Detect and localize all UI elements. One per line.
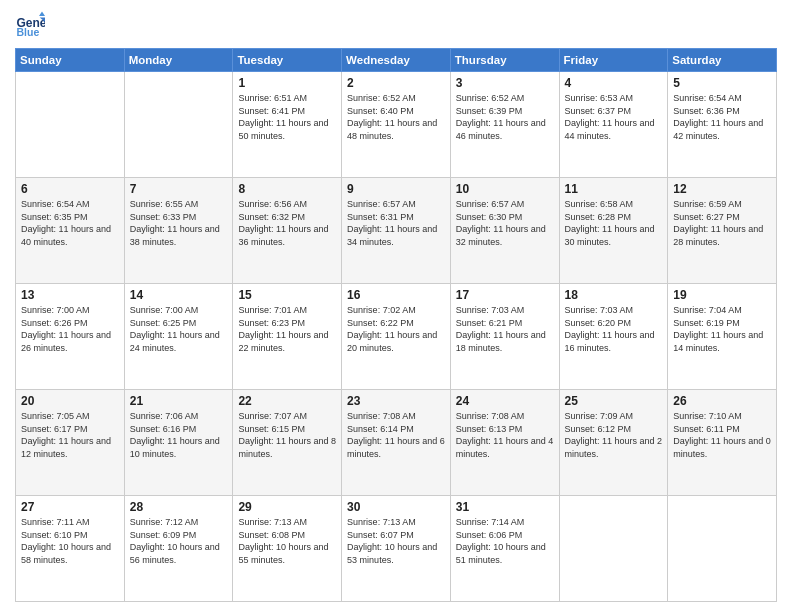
day-info: Sunrise: 7:00 AM Sunset: 6:26 PM Dayligh… [21,304,119,354]
day-info: Sunrise: 7:09 AM Sunset: 6:12 PM Dayligh… [565,410,663,460]
day-info: Sunrise: 6:52 AM Sunset: 6:40 PM Dayligh… [347,92,445,142]
day-number: 2 [347,76,445,90]
day-info: Sunrise: 6:57 AM Sunset: 6:30 PM Dayligh… [456,198,554,248]
calendar-cell: 9Sunrise: 6:57 AM Sunset: 6:31 PM Daylig… [342,178,451,284]
day-number: 7 [130,182,228,196]
day-number: 3 [456,76,554,90]
day-info: Sunrise: 6:54 AM Sunset: 6:35 PM Dayligh… [21,198,119,248]
calendar-cell: 13Sunrise: 7:00 AM Sunset: 6:26 PM Dayli… [16,284,125,390]
day-info: Sunrise: 7:00 AM Sunset: 6:25 PM Dayligh… [130,304,228,354]
svg-text:Blue: Blue [17,26,40,38]
day-info: Sunrise: 6:58 AM Sunset: 6:28 PM Dayligh… [565,198,663,248]
calendar-cell: 15Sunrise: 7:01 AM Sunset: 6:23 PM Dayli… [233,284,342,390]
day-info: Sunrise: 6:57 AM Sunset: 6:31 PM Dayligh… [347,198,445,248]
day-info: Sunrise: 6:55 AM Sunset: 6:33 PM Dayligh… [130,198,228,248]
day-info: Sunrise: 7:13 AM Sunset: 6:07 PM Dayligh… [347,516,445,566]
day-info: Sunrise: 7:12 AM Sunset: 6:09 PM Dayligh… [130,516,228,566]
weekday-header-monday: Monday [124,49,233,72]
calendar-cell: 30Sunrise: 7:13 AM Sunset: 6:07 PM Dayli… [342,496,451,602]
svg-marker-2 [39,12,45,17]
week-row-3: 20Sunrise: 7:05 AM Sunset: 6:17 PM Dayli… [16,390,777,496]
weekday-header-row: SundayMondayTuesdayWednesdayThursdayFrid… [16,49,777,72]
week-row-1: 6Sunrise: 6:54 AM Sunset: 6:35 PM Daylig… [16,178,777,284]
day-number: 5 [673,76,771,90]
calendar-cell [16,72,125,178]
calendar-cell: 20Sunrise: 7:05 AM Sunset: 6:17 PM Dayli… [16,390,125,496]
day-info: Sunrise: 7:10 AM Sunset: 6:11 PM Dayligh… [673,410,771,460]
calendar-cell: 3Sunrise: 6:52 AM Sunset: 6:39 PM Daylig… [450,72,559,178]
calendar-cell: 12Sunrise: 6:59 AM Sunset: 6:27 PM Dayli… [668,178,777,284]
day-number: 22 [238,394,336,408]
day-number: 24 [456,394,554,408]
calendar-cell: 28Sunrise: 7:12 AM Sunset: 6:09 PM Dayli… [124,496,233,602]
header: General Blue [15,10,777,40]
calendar-cell: 8Sunrise: 6:56 AM Sunset: 6:32 PM Daylig… [233,178,342,284]
page: General Blue SundayMondayTuesdayWednesda… [0,0,792,612]
calendar-cell: 29Sunrise: 7:13 AM Sunset: 6:08 PM Dayli… [233,496,342,602]
calendar-cell: 7Sunrise: 6:55 AM Sunset: 6:33 PM Daylig… [124,178,233,284]
day-number: 8 [238,182,336,196]
weekday-header-saturday: Saturday [668,49,777,72]
day-info: Sunrise: 7:07 AM Sunset: 6:15 PM Dayligh… [238,410,336,460]
day-number: 20 [21,394,119,408]
day-number: 12 [673,182,771,196]
day-info: Sunrise: 6:56 AM Sunset: 6:32 PM Dayligh… [238,198,336,248]
weekday-header-thursday: Thursday [450,49,559,72]
calendar-cell: 26Sunrise: 7:10 AM Sunset: 6:11 PM Dayli… [668,390,777,496]
day-number: 13 [21,288,119,302]
day-info: Sunrise: 7:06 AM Sunset: 6:16 PM Dayligh… [130,410,228,460]
day-info: Sunrise: 6:51 AM Sunset: 6:41 PM Dayligh… [238,92,336,142]
day-info: Sunrise: 7:08 AM Sunset: 6:14 PM Dayligh… [347,410,445,460]
day-info: Sunrise: 7:02 AM Sunset: 6:22 PM Dayligh… [347,304,445,354]
calendar-cell: 5Sunrise: 6:54 AM Sunset: 6:36 PM Daylig… [668,72,777,178]
calendar-cell: 2Sunrise: 6:52 AM Sunset: 6:40 PM Daylig… [342,72,451,178]
calendar-cell: 10Sunrise: 6:57 AM Sunset: 6:30 PM Dayli… [450,178,559,284]
week-row-0: 1Sunrise: 6:51 AM Sunset: 6:41 PM Daylig… [16,72,777,178]
calendar-cell: 24Sunrise: 7:08 AM Sunset: 6:13 PM Dayli… [450,390,559,496]
day-number: 27 [21,500,119,514]
calendar-cell: 22Sunrise: 7:07 AM Sunset: 6:15 PM Dayli… [233,390,342,496]
day-info: Sunrise: 6:53 AM Sunset: 6:37 PM Dayligh… [565,92,663,142]
weekday-header-friday: Friday [559,49,668,72]
calendar-cell: 27Sunrise: 7:11 AM Sunset: 6:10 PM Dayli… [16,496,125,602]
calendar-cell: 19Sunrise: 7:04 AM Sunset: 6:19 PM Dayli… [668,284,777,390]
day-info: Sunrise: 7:11 AM Sunset: 6:10 PM Dayligh… [21,516,119,566]
day-number: 19 [673,288,771,302]
day-number: 1 [238,76,336,90]
day-number: 17 [456,288,554,302]
day-number: 21 [130,394,228,408]
calendar-cell: 4Sunrise: 6:53 AM Sunset: 6:37 PM Daylig… [559,72,668,178]
calendar-cell: 1Sunrise: 6:51 AM Sunset: 6:41 PM Daylig… [233,72,342,178]
weekday-header-tuesday: Tuesday [233,49,342,72]
day-info: Sunrise: 7:05 AM Sunset: 6:17 PM Dayligh… [21,410,119,460]
day-number: 10 [456,182,554,196]
day-number: 15 [238,288,336,302]
calendar-cell: 23Sunrise: 7:08 AM Sunset: 6:14 PM Dayli… [342,390,451,496]
day-number: 4 [565,76,663,90]
day-number: 9 [347,182,445,196]
calendar-cell [124,72,233,178]
day-number: 26 [673,394,771,408]
calendar-cell: 6Sunrise: 6:54 AM Sunset: 6:35 PM Daylig… [16,178,125,284]
day-info: Sunrise: 7:03 AM Sunset: 6:21 PM Dayligh… [456,304,554,354]
calendar-cell: 21Sunrise: 7:06 AM Sunset: 6:16 PM Dayli… [124,390,233,496]
calendar-table: SundayMondayTuesdayWednesdayThursdayFrid… [15,48,777,602]
day-number: 16 [347,288,445,302]
day-info: Sunrise: 6:52 AM Sunset: 6:39 PM Dayligh… [456,92,554,142]
day-number: 25 [565,394,663,408]
calendar-cell: 17Sunrise: 7:03 AM Sunset: 6:21 PM Dayli… [450,284,559,390]
day-number: 11 [565,182,663,196]
calendar-cell: 31Sunrise: 7:14 AM Sunset: 6:06 PM Dayli… [450,496,559,602]
day-info: Sunrise: 6:59 AM Sunset: 6:27 PM Dayligh… [673,198,771,248]
calendar-cell [559,496,668,602]
week-row-2: 13Sunrise: 7:00 AM Sunset: 6:26 PM Dayli… [16,284,777,390]
day-number: 31 [456,500,554,514]
calendar-cell: 11Sunrise: 6:58 AM Sunset: 6:28 PM Dayli… [559,178,668,284]
calendar-cell: 14Sunrise: 7:00 AM Sunset: 6:25 PM Dayli… [124,284,233,390]
day-number: 6 [21,182,119,196]
day-number: 18 [565,288,663,302]
day-info: Sunrise: 7:08 AM Sunset: 6:13 PM Dayligh… [456,410,554,460]
day-number: 29 [238,500,336,514]
day-number: 23 [347,394,445,408]
calendar-cell: 25Sunrise: 7:09 AM Sunset: 6:12 PM Dayli… [559,390,668,496]
